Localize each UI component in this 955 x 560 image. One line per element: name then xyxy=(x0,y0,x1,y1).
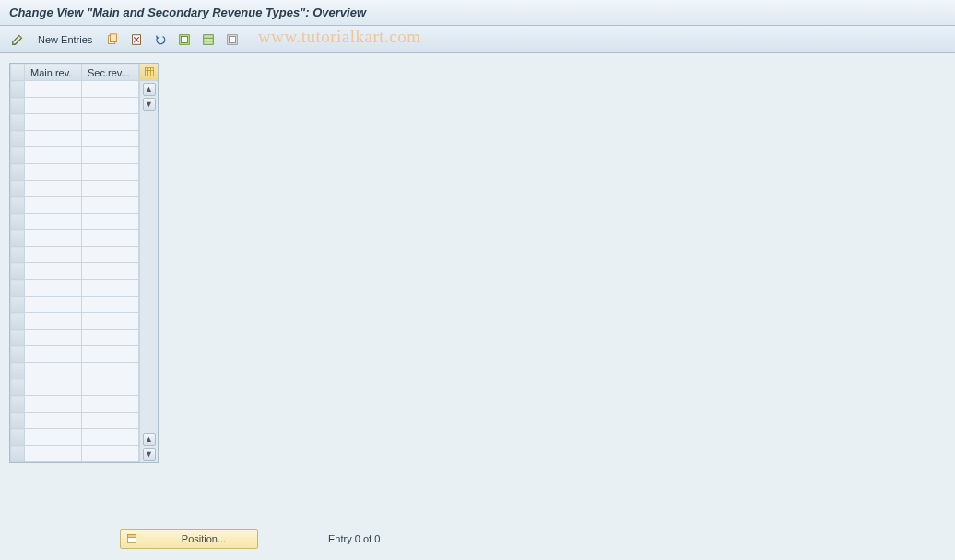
row-selector[interactable] xyxy=(11,297,25,313)
scroll-up-icon[interactable]: ▲ xyxy=(143,83,156,96)
cell-main-rev[interactable] xyxy=(25,230,82,247)
new-entries-button[interactable]: New Entries xyxy=(31,29,99,50)
cell-main-rev[interactable] xyxy=(25,181,82,197)
table-row xyxy=(11,297,139,313)
cell-main-rev[interactable] xyxy=(25,446,82,462)
cell-sec-rev[interactable] xyxy=(82,147,139,164)
row-selector[interactable] xyxy=(11,214,25,230)
svg-rect-1 xyxy=(111,33,117,41)
cell-sec-rev[interactable] xyxy=(82,214,139,230)
cell-main-rev[interactable] xyxy=(25,214,82,230)
cell-main-rev[interactable] xyxy=(25,131,82,147)
cell-sec-rev[interactable] xyxy=(82,247,139,263)
cell-main-rev[interactable] xyxy=(25,413,82,429)
row-selector[interactable] xyxy=(11,263,25,280)
cell-sec-rev[interactable] xyxy=(82,131,139,147)
row-selector[interactable] xyxy=(11,164,25,181)
table-row xyxy=(11,164,139,181)
vertical-scrollbar[interactable]: ▲ ▼ ▲ ▼ xyxy=(140,81,158,462)
row-selector[interactable] xyxy=(11,114,25,131)
cell-sec-rev[interactable] xyxy=(82,346,139,363)
table-row xyxy=(11,396,139,413)
position-button-label: Position... xyxy=(156,533,252,544)
row-selector-header[interactable] xyxy=(11,64,25,81)
copy-icon[interactable] xyxy=(102,29,123,50)
undo-icon[interactable] xyxy=(150,29,171,50)
cell-sec-rev[interactable] xyxy=(82,181,139,197)
cell-sec-rev[interactable] xyxy=(82,263,139,280)
row-selector[interactable] xyxy=(11,363,25,379)
cell-sec-rev[interactable] xyxy=(82,330,139,346)
row-selector[interactable] xyxy=(11,280,25,297)
row-selector[interactable] xyxy=(11,181,25,197)
table-row xyxy=(11,114,139,131)
position-button[interactable]: Position... xyxy=(120,529,258,549)
table-row xyxy=(11,81,139,98)
row-selector[interactable] xyxy=(11,346,25,363)
row-selector[interactable] xyxy=(11,379,25,396)
row-selector[interactable] xyxy=(11,147,25,164)
cell-sec-rev[interactable] xyxy=(82,297,139,313)
cell-sec-rev[interactable] xyxy=(82,197,139,214)
delete-icon[interactable] xyxy=(126,29,147,50)
cell-main-rev[interactable] xyxy=(25,396,82,413)
work-area: Main rev. Sec.rev... ▲ ▼ ▲ ▼ xyxy=(0,53,955,527)
cell-main-rev[interactable] xyxy=(25,164,82,181)
edit-icon[interactable] xyxy=(7,29,28,50)
cell-main-rev[interactable] xyxy=(25,197,82,214)
table-settings-icon[interactable] xyxy=(140,64,158,81)
cell-sec-rev[interactable] xyxy=(82,396,139,413)
cell-sec-rev[interactable] xyxy=(82,280,139,297)
cell-main-rev[interactable] xyxy=(25,346,82,363)
cell-main-rev[interactable] xyxy=(25,81,82,98)
scroll-down-icon[interactable]: ▼ xyxy=(143,448,156,461)
select-all-icon[interactable] xyxy=(174,29,195,50)
scroll-down-icon[interactable]: ▼ xyxy=(143,98,156,111)
row-selector[interactable] xyxy=(11,413,25,429)
select-block-icon[interactable] xyxy=(198,29,218,50)
row-selector[interactable] xyxy=(11,247,25,263)
cell-main-rev[interactable] xyxy=(25,379,82,396)
table-row xyxy=(11,230,139,247)
cell-main-rev[interactable] xyxy=(25,363,82,379)
column-header-sec-rev[interactable]: Sec.rev... xyxy=(82,64,139,81)
cell-main-rev[interactable] xyxy=(25,330,82,346)
row-selector[interactable] xyxy=(11,446,25,462)
row-selector[interactable] xyxy=(11,98,25,114)
cell-sec-rev[interactable] xyxy=(82,81,139,98)
cell-main-rev[interactable] xyxy=(25,147,82,164)
row-selector[interactable] xyxy=(11,81,25,98)
page-title: Change View "Main and Secondary Revenue … xyxy=(9,6,366,19)
svg-rect-11 xyxy=(230,36,236,42)
cell-sec-rev[interactable] xyxy=(82,114,139,131)
cell-main-rev[interactable] xyxy=(25,263,82,280)
cell-sec-rev[interactable] xyxy=(82,230,139,247)
cell-main-rev[interactable] xyxy=(25,313,82,330)
cell-sec-rev[interactable] xyxy=(82,98,139,114)
row-selector[interactable] xyxy=(11,313,25,330)
row-selector[interactable] xyxy=(11,396,25,413)
column-header-main-rev[interactable]: Main rev. xyxy=(25,64,82,81)
row-selector[interactable] xyxy=(11,230,25,247)
cell-main-rev[interactable] xyxy=(25,280,82,297)
cell-sec-rev[interactable] xyxy=(82,313,139,330)
row-selector[interactable] xyxy=(11,429,25,446)
cell-main-rev[interactable] xyxy=(25,247,82,263)
cell-sec-rev[interactable] xyxy=(82,379,139,396)
cell-sec-rev[interactable] xyxy=(82,164,139,181)
deselect-all-icon[interactable] xyxy=(222,29,242,50)
cell-sec-rev[interactable] xyxy=(82,429,139,446)
cell-main-rev[interactable] xyxy=(25,114,82,131)
cell-sec-rev[interactable] xyxy=(82,413,139,429)
svg-rect-17 xyxy=(128,535,136,538)
cell-sec-rev[interactable] xyxy=(82,446,139,462)
row-selector[interactable] xyxy=(11,197,25,214)
row-selector[interactable] xyxy=(11,131,25,147)
cell-sec-rev[interactable] xyxy=(82,363,139,379)
cell-main-rev[interactable] xyxy=(25,98,82,114)
row-selector[interactable] xyxy=(11,330,25,346)
svg-rect-12 xyxy=(145,68,153,76)
cell-main-rev[interactable] xyxy=(25,297,82,313)
cell-main-rev[interactable] xyxy=(25,429,82,446)
scroll-up-icon[interactable]: ▲ xyxy=(143,433,156,446)
